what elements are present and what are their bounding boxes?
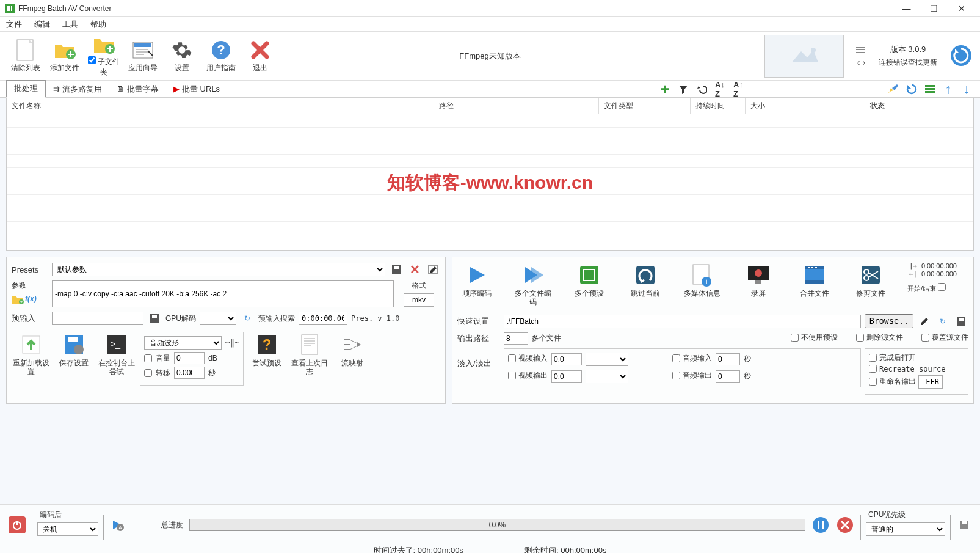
- start-end-checkbox[interactable]: [938, 283, 946, 291]
- sequential-encode-button[interactable]: 顺序编码: [457, 262, 496, 298]
- after-encode-select[interactable]: 关机: [37, 522, 98, 536]
- tab-stream-mux[interactable]: ⇉流多路复用: [46, 81, 109, 97]
- video-out-checkbox[interactable]: [508, 372, 516, 379]
- trim-files-button[interactable]: 修剪文件: [851, 262, 890, 298]
- shift-checkbox[interactable]: [144, 369, 152, 377]
- move-down-button[interactable]: ↓: [959, 82, 974, 97]
- add-file-button[interactable]: 添加文件: [45, 35, 84, 78]
- preview-prev-button[interactable]: ‹: [857, 57, 860, 67]
- table-body[interactable]: 知软博客-www.knowr.cn: [7, 114, 973, 251]
- multi-preset-button[interactable]: 多个预设: [570, 262, 609, 298]
- menu-tools[interactable]: 工具: [62, 19, 78, 30]
- shift-input[interactable]: [174, 367, 205, 379]
- col-size[interactable]: 大小: [746, 98, 782, 114]
- reload-settings-button[interactable]: 重新加载设置: [12, 332, 51, 376]
- delete-preset-button[interactable]: ✕: [407, 262, 422, 277]
- menu-edit[interactable]: 编辑: [34, 19, 50, 30]
- recreate-source-checkbox[interactable]: [869, 365, 877, 373]
- folder-add-icon[interactable]: [12, 295, 24, 306]
- tab-batch-subs[interactable]: 🗎批量字幕: [109, 81, 166, 97]
- col-filename[interactable]: 文件名称: [7, 98, 434, 114]
- col-duration[interactable]: 持续时间: [691, 98, 746, 114]
- cpu-priority-select[interactable]: 普通的: [866, 522, 945, 536]
- auto-button[interactable]: A: [110, 518, 125, 532]
- save-path-button[interactable]: [954, 314, 968, 329]
- add-item-button[interactable]: +: [658, 82, 672, 97]
- params-input[interactable]: [52, 280, 394, 307]
- edit-preset-button[interactable]: [426, 262, 440, 277]
- volume-input[interactable]: [174, 352, 205, 364]
- clear-list-button[interactable]: 清除列表: [6, 35, 45, 78]
- update-link[interactable]: 连接错误查找更新: [879, 57, 937, 68]
- refresh-version-button[interactable]: [949, 44, 974, 68]
- try-console-button[interactable]: >_ 在控制台上尝试: [97, 332, 136, 376]
- video-out-unit[interactable]: [586, 370, 628, 383]
- rename-output-checkbox[interactable]: [869, 378, 877, 386]
- reset-path-button[interactable]: ↻: [935, 314, 950, 329]
- menu-file[interactable]: 文件: [6, 19, 22, 30]
- queue-button[interactable]: [923, 82, 937, 97]
- stream-map-button[interactable]: 流映射: [333, 332, 372, 367]
- col-filetype[interactable]: 文件类型: [599, 98, 691, 114]
- audio-waveform-select[interactable]: 音频波形: [144, 336, 222, 350]
- save-bottom-button[interactable]: [957, 518, 971, 532]
- audio-out-checkbox[interactable]: [672, 372, 680, 379]
- view-log-button[interactable]: 查看上次日志: [290, 332, 329, 376]
- subfolders-checkbox[interactable]: [88, 56, 96, 64]
- save-settings-button[interactable]: 保存设置: [54, 332, 93, 367]
- media-info-button[interactable]: i多媒体信息: [683, 262, 722, 298]
- function-icon[interactable]: f(x): [25, 295, 37, 306]
- video-in-unit[interactable]: [586, 353, 628, 366]
- overwrite-checkbox[interactable]: [921, 334, 929, 342]
- power-button[interactable]: [9, 516, 26, 533]
- audio-out-value[interactable]: [716, 370, 740, 383]
- multi-file-count[interactable]: [504, 332, 528, 345]
- volume-checkbox[interactable]: [144, 354, 152, 362]
- close-button[interactable]: ✕: [948, 0, 975, 17]
- record-screen-button[interactable]: 录屏: [739, 262, 778, 298]
- tab-batch-urls[interactable]: ▶批量 URLs: [166, 81, 227, 97]
- presets-select[interactable]: 默认参数: [52, 263, 385, 276]
- sort-desc-button[interactable]: A↑Z: [731, 82, 746, 97]
- preinput-refresh-button[interactable]: ↻: [240, 311, 255, 326]
- audio-in-checkbox[interactable]: [672, 354, 680, 362]
- skip-current-button[interactable]: 跳过当前: [626, 262, 665, 298]
- browse-button[interactable]: Browse..: [865, 314, 913, 328]
- quick-path-input[interactable]: [504, 315, 861, 328]
- save-preset-button[interactable]: [389, 262, 404, 277]
- undo-button[interactable]: [694, 82, 709, 97]
- move-up-button[interactable]: ↑: [941, 82, 956, 97]
- tab-batch[interactable]: 批处理: [6, 80, 46, 98]
- subfolders-toggle[interactable]: 子文件夹: [84, 35, 123, 78]
- edit-path-button[interactable]: [917, 314, 932, 329]
- maximize-button[interactable]: ☐: [920, 0, 948, 17]
- filter-button[interactable]: [676, 82, 691, 97]
- multi-file-encode-button[interactable]: 多个文件编码: [514, 262, 553, 307]
- no-preset-checkbox[interactable]: [791, 334, 799, 342]
- merge-files-button[interactable]: 合并文件: [795, 262, 834, 298]
- video-in-checkbox[interactable]: [508, 354, 516, 362]
- brush-button[interactable]: [886, 82, 901, 97]
- minimize-button[interactable]: ―: [893, 0, 920, 17]
- col-path[interactable]: 路径: [434, 98, 599, 114]
- sort-asc-button[interactable]: A↓Z: [713, 82, 727, 97]
- format-input[interactable]: [404, 293, 434, 307]
- video-in-value[interactable]: [551, 353, 582, 365]
- audio-in-value[interactable]: [716, 353, 740, 365]
- exit-button[interactable]: 退出: [241, 35, 280, 78]
- col-status[interactable]: 状态: [782, 98, 973, 114]
- open-after-checkbox[interactable]: [869, 354, 877, 362]
- gpu-decode-select[interactable]: [200, 312, 236, 325]
- refresh-list-button[interactable]: [904, 82, 919, 97]
- delete-source-checkbox[interactable]: [856, 334, 864, 342]
- wizard-button[interactable]: 应用向导: [123, 35, 162, 78]
- stop-button[interactable]: [836, 516, 854, 534]
- preinput-time[interactable]: [299, 312, 347, 325]
- settings-button[interactable]: 设置: [162, 35, 201, 78]
- pause-button[interactable]: [811, 516, 830, 534]
- video-out-value[interactable]: [551, 370, 582, 383]
- menu-help[interactable]: 帮助: [90, 19, 106, 30]
- preview-next-button[interactable]: ›: [863, 57, 866, 67]
- user-guide-button[interactable]: ? 用户指南: [201, 35, 241, 78]
- preinput-save-button[interactable]: [147, 311, 162, 326]
